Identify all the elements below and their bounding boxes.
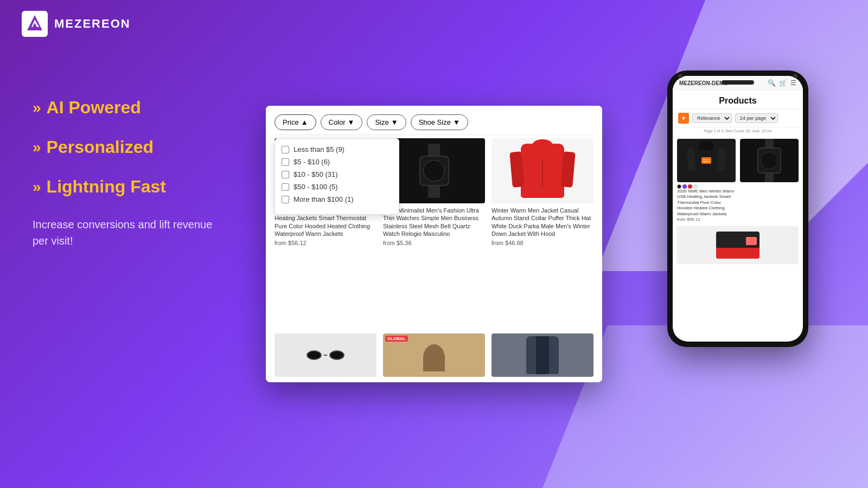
product-title-jacket2: Winter Warm Men Jacket Casual Autumn Sta… <box>492 207 593 237</box>
filter-bar: Price ▲ Color ▼ Size ▼ Shoe Size ▼ <box>275 114 593 135</box>
search-icon[interactable]: 🔍 <box>768 79 776 87</box>
checkbox-1[interactable] <box>282 146 289 153</box>
cart-icon[interactable]: 🛒 <box>779 79 787 87</box>
mobile-product-price-jacket: from $56.12 <box>677 217 736 222</box>
brand-name: MEZEREON <box>54 17 131 31</box>
shoe-arrow-down: ▼ <box>453 118 460 126</box>
product-img-jacket2 <box>492 138 593 203</box>
size-arrow-down: ▼ <box>391 118 398 126</box>
swatch-purple[interactable] <box>682 184 687 189</box>
mobile-products-grid: 2020 NWE Men Winter Warm USB Heating Jac… <box>673 134 803 226</box>
checkbox-3[interactable] <box>282 171 289 178</box>
mobile-sort-select[interactable]: Relevance <box>692 113 732 123</box>
mobile-product-img-jacket2 <box>677 226 799 264</box>
hero-left: » AI Powered » Personalized » Lightning … <box>33 98 228 249</box>
feature-label-lightning: Lightning Fast <box>47 177 166 197</box>
product-img-man: GLOBAL <box>383 333 485 377</box>
filter-price-btn[interactable]: Price ▲ <box>275 114 316 130</box>
product-card-jacket2: Winter Warm Men Jacket Casual Autumn Sta… <box>492 138 593 246</box>
product-price-jacket1: from $56.12 <box>275 240 376 246</box>
product-card-coat <box>492 333 593 382</box>
filter-shoe-label: Shoe Size <box>419 118 451 126</box>
price-option-1-label: Less than $5 (9) <box>293 145 344 153</box>
filter-shoe-size-btn[interactable]: Shoe Size ▼ <box>411 114 468 130</box>
feature-personalized: » Personalized <box>33 137 228 157</box>
desktop-mockup: Price ▲ Color ▼ Size ▼ Shoe Size ▼ Less … <box>266 106 602 382</box>
filter-size-btn[interactable]: Size ▼ <box>367 114 406 130</box>
feature-label-personalized: Personalized <box>47 137 154 157</box>
product-img-glasses <box>275 333 376 377</box>
feature-lightning-fast: » Lightning Fast <box>33 177 228 197</box>
price-option-1[interactable]: Less than $5 (9) <box>282 145 392 153</box>
filter-color-btn[interactable]: Color ▼ <box>321 114 363 130</box>
filter-size-label: Size <box>375 118 388 126</box>
filter-price-label: Price <box>283 118 299 126</box>
chevron-icon-2: » <box>33 139 41 156</box>
mobile-product-watch <box>740 139 799 222</box>
filter-color-label: Color <box>329 118 346 126</box>
price-option-4[interactable]: $50 - $100 (5) <box>282 183 392 191</box>
swatch-black[interactable] <box>677 184 681 189</box>
mobile-mockup: MEZEREON-DEMO 🔍 🛒 ☰ Products ▼ Relevance… <box>667 70 808 347</box>
mobile-page-info: Page 1 of 3, Item Count: 52, look: 15 ms <box>673 127 803 134</box>
hero-description: Increase conversions and lift revenue pe… <box>33 216 228 249</box>
feature-label-ai: AI Powered <box>47 98 141 118</box>
price-option-5[interactable]: More than $100 (1) <box>282 195 392 203</box>
price-dropdown: Less than $5 (9) $5 - $10 (6) $10 - $50 … <box>275 138 399 215</box>
menu-icon[interactable]: ☰ <box>790 79 796 87</box>
mobile-filter-icon[interactable]: ▼ <box>678 113 689 124</box>
product-grid-bottom: GLOBAL <box>275 333 593 382</box>
mobile-product-title-jacket: 2020 NWE Men Winter Warm USB Heating Jac… <box>677 189 736 217</box>
price-option-3[interactable]: $10 - $50 (31) <box>282 170 392 178</box>
product-img-coat <box>492 333 593 377</box>
mobile-store-name: MEZEREON-DEMO <box>679 80 728 86</box>
swatch-red[interactable] <box>688 184 692 189</box>
mobile-product-img-watch <box>740 139 799 182</box>
checkbox-4[interactable] <box>282 183 289 191</box>
product-price-jacket2: from $46.88 <box>492 240 593 246</box>
mobile-product-jacket: 2020 NWE Men Winter Warm USB Heating Jac… <box>677 139 736 222</box>
chevron-icon-3: » <box>33 178 41 196</box>
checkbox-5[interactable] <box>282 196 289 203</box>
product-card-glasses <box>275 333 376 382</box>
feature-ai-powered: » AI Powered <box>33 98 228 118</box>
price-option-2-label: $5 - $10 (6) <box>293 158 330 166</box>
product-card-man: GLOBAL <box>383 333 485 382</box>
header: MEZEREON <box>22 11 131 37</box>
mobile-filter-bar: ▼ Relevance 24 per page <box>673 110 803 127</box>
price-option-4-label: $50 - $100 (5) <box>293 183 338 191</box>
checkbox-2[interactable] <box>282 158 289 166</box>
price-option-5-label: More than $100 (1) <box>293 195 354 203</box>
mobile-product-img-jacket <box>677 139 736 182</box>
mobile-per-page-select[interactable]: 24 per page <box>735 113 778 123</box>
swatch-white[interactable] <box>693 184 698 189</box>
mobile-screen: MEZEREON-DEMO 🔍 🛒 ☰ Products ▼ Relevance… <box>673 76 803 342</box>
logo-icon <box>22 11 48 37</box>
mobile-product-row2 <box>673 226 803 268</box>
mobile-nav-icons: 🔍 🛒 ☰ <box>768 79 796 87</box>
mobile-page-title: Products <box>673 91 803 110</box>
price-option-2[interactable]: $5 - $10 (6) <box>282 158 392 166</box>
color-swatches <box>677 184 736 189</box>
product-price-watch1: from $5.36 <box>383 240 485 246</box>
chevron-icon-1: » <box>33 99 41 117</box>
price-option-3-label: $10 - $50 (31) <box>293 170 338 178</box>
color-arrow-down: ▼ <box>348 118 355 126</box>
price-arrow-up: ▲ <box>301 118 308 126</box>
